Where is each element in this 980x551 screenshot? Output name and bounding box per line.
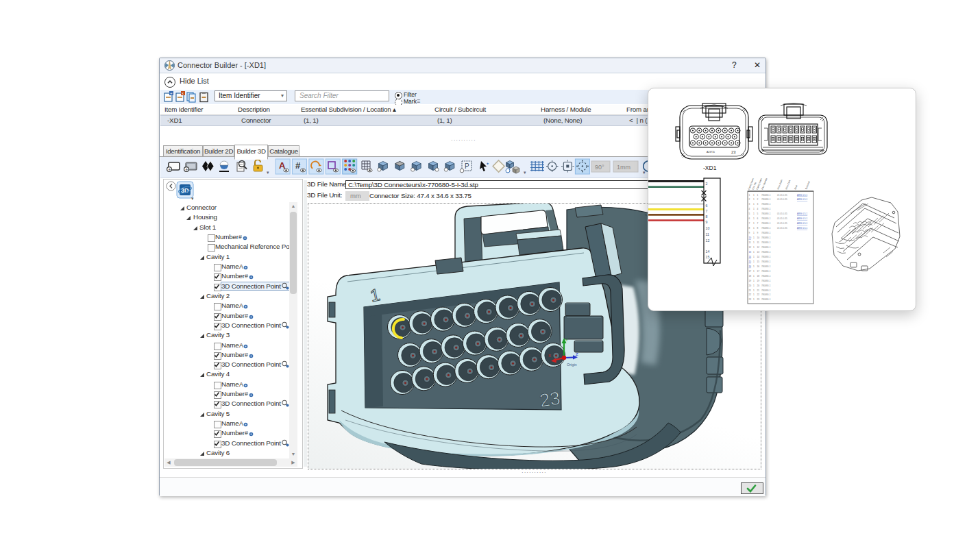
svg-text:Wire CSA: Wire CSA	[785, 179, 792, 190]
svg-text:780680-1: 780680-1	[761, 232, 771, 234]
svg-text:1: 1	[753, 236, 755, 239]
svg-text:780680-1: 780680-1	[761, 246, 771, 249]
svg-text:13: 13	[749, 251, 752, 254]
svg-text:1: 1	[753, 241, 755, 244]
svg-text:11: 11	[757, 241, 760, 244]
svg-text:4: 4	[757, 208, 759, 210]
svg-text:22: 22	[757, 293, 760, 296]
svg-text:10: 10	[757, 236, 760, 239]
svg-text:1: 1	[753, 289, 755, 292]
svg-text:#: #	[245, 352, 248, 358]
svg-text:1: 1	[753, 284, 755, 287]
svg-text:1: 1	[753, 198, 755, 201]
svg-text:7: 7	[749, 222, 750, 225]
svg-text:780680-1: 780680-1	[761, 260, 771, 263]
svg-text:05 05 0.35: 05 05 0.35	[777, 194, 787, 197]
svg-text:8: 8	[757, 227, 759, 230]
svg-text:780680-1: 780680-1	[761, 203, 771, 206]
svg-text:▾: ▾	[267, 170, 269, 175]
svg-text:AWG 0.5-1: AWG 0.5-1	[797, 217, 807, 220]
svg-text:7: 7	[706, 209, 708, 213]
svg-text:10: 10	[706, 226, 710, 230]
svg-text:780680-1: 780680-1	[761, 198, 771, 201]
svg-text:16: 16	[749, 265, 752, 268]
svg-text:AWG 0.5-1: AWG 0.5-1	[797, 212, 807, 215]
svg-text:6: 6	[749, 217, 750, 220]
svg-text:1: 1	[753, 212, 755, 215]
svg-text:#: #	[245, 430, 248, 437]
svg-text:1: 1	[753, 256, 755, 258]
svg-text:780680-1: 780680-1	[761, 265, 771, 268]
svg-text:1: 1	[749, 194, 750, 197]
svg-text:12: 12	[706, 238, 710, 243]
svg-text:780680-1: 780680-1	[761, 275, 771, 278]
svg-text:x: x	[182, 91, 184, 95]
svg-text:1: 1	[753, 208, 755, 210]
svg-text:#: #	[245, 313, 248, 319]
svg-text:1: 1	[753, 260, 755, 263]
svg-text:9: 9	[757, 232, 759, 234]
svg-text:+: +	[185, 167, 188, 172]
svg-text:780680-1: 780680-1	[761, 251, 771, 254]
svg-text:13: 13	[757, 251, 760, 254]
svg-text:23: 23	[538, 388, 561, 411]
svg-text:1: 1	[753, 251, 755, 254]
svg-text:1: 1	[757, 194, 759, 197]
svg-text:AWG 0.5-1: AWG 0.5-1	[797, 194, 807, 197]
svg-text:14: 14	[757, 256, 760, 258]
svg-text:Terminal: Terminal	[805, 181, 811, 191]
svg-text:P: P	[465, 162, 469, 170]
svg-text:780680-1: 780680-1	[761, 227, 771, 230]
svg-text:Y: Y	[565, 338, 568, 342]
svg-text:780680-1: 780680-1	[761, 194, 771, 197]
svg-text:05 05 0.35: 05 05 0.35	[777, 217, 787, 220]
svg-text:A: A	[239, 263, 243, 270]
svg-text:9: 9	[706, 220, 708, 224]
svg-text:23: 23	[757, 298, 760, 301]
svg-text:21: 21	[749, 289, 752, 292]
svg-text:7: 7	[757, 222, 759, 225]
svg-text:1: 1	[753, 194, 755, 197]
svg-text:05 05 0.35: 05 05 0.35	[777, 212, 787, 215]
svg-text:2: 2	[757, 198, 759, 201]
svg-text:8: 8	[749, 227, 750, 230]
svg-text:780680-1: 780680-1	[761, 280, 771, 282]
svg-text:12: 12	[757, 246, 760, 249]
svg-text:2: 2	[706, 182, 708, 186]
svg-text:2: 2	[749, 198, 750, 201]
svg-text:18: 18	[757, 275, 760, 278]
svg-text:22: 22	[749, 293, 752, 296]
svg-text:05 05 0.35: 05 05 0.35	[777, 198, 787, 201]
svg-text:20: 20	[757, 284, 760, 287]
svg-text:1: 1	[753, 270, 755, 273]
svg-text:21: 21	[757, 289, 760, 292]
svg-text:19: 19	[757, 280, 760, 282]
svg-text:Origin: Origin	[567, 363, 577, 367]
svg-text:5: 5	[749, 212, 750, 215]
svg-text:A: A	[239, 302, 243, 309]
svg-text:A: A	[239, 342, 243, 349]
svg-text:1: 1	[753, 222, 755, 225]
svg-text:16: 16	[757, 265, 760, 268]
svg-text:Wire Diam: Wire Diam	[776, 179, 783, 190]
svg-text:5: 5	[757, 212, 759, 215]
svg-text:780680-1: 780680-1	[761, 236, 771, 239]
svg-text:780680-1: 780680-1	[761, 256, 771, 258]
svg-text:-XD1: -XD1	[703, 164, 717, 171]
svg-text:780680-1: 780680-1	[761, 284, 771, 287]
svg-text:20: 20	[749, 284, 752, 287]
svg-text:23: 23	[731, 150, 736, 154]
svg-text:X: X	[548, 354, 551, 358]
svg-text:8: 8	[706, 215, 708, 219]
svg-text:19: 19	[749, 280, 752, 282]
svg-text:1: 1	[753, 265, 755, 268]
svg-text:3: 3	[749, 203, 750, 206]
svg-text:+: +	[170, 91, 173, 95]
svg-text:A: A	[239, 420, 243, 427]
svg-text:#: #	[295, 160, 301, 171]
svg-text:780680-1: 780680-1	[761, 241, 771, 244]
svg-text:▾: ▾	[524, 170, 526, 175]
svg-text:780680-1: 780680-1	[761, 212, 771, 215]
svg-text:10: 10	[749, 236, 752, 239]
svg-text:1: 1	[753, 280, 755, 282]
